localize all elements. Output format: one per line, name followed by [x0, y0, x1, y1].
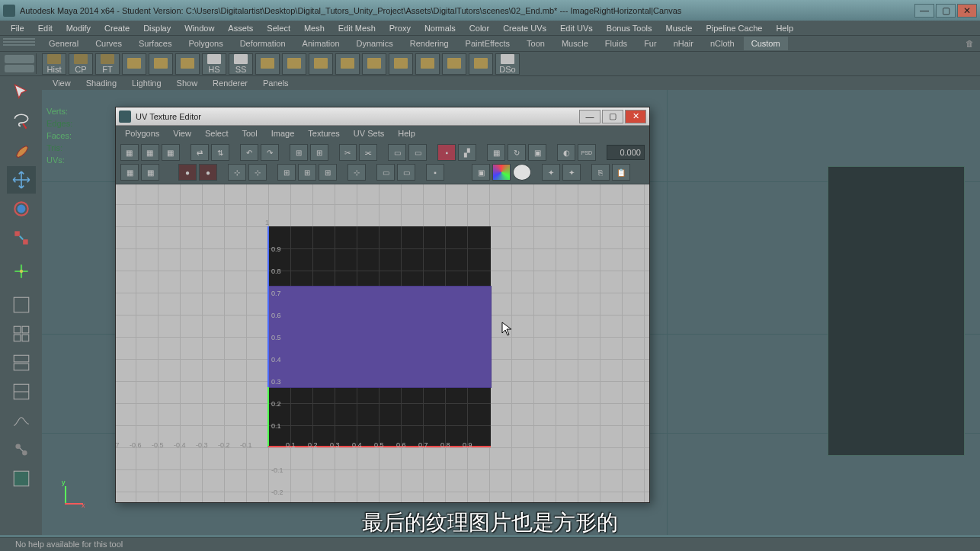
uv-btn-rotccw[interactable]: ↶: [240, 144, 258, 161]
uv-btn-align1[interactable]: ⊞: [290, 144, 308, 161]
uv-btn-r2-13[interactable]: ▪: [426, 164, 444, 181]
uv-btn-r2-9[interactable]: ⊞: [319, 164, 337, 181]
uv-btn-flip-v[interactable]: ⇅: [211, 144, 229, 161]
shelf-grip[interactable]: [3, 53, 37, 74]
paint-select-tool[interactable]: [7, 137, 36, 165]
tab-rendering[interactable]: Rendering: [402, 37, 456, 50]
uv-btn-r2-6[interactable]: ⊹: [248, 164, 267, 181]
shelf-btn-ss[interactable]: SS: [229, 53, 253, 75]
uv-value-input[interactable]: [607, 145, 645, 160]
uv-btn-r2-14[interactable]: ▣: [472, 164, 490, 181]
rotate-tool[interactable]: [7, 195, 36, 223]
select-tool[interactable]: [7, 79, 36, 107]
uvmenu-textures[interactable]: Textures: [302, 127, 346, 139]
menu-pipelinecache[interactable]: Pipeline Cache: [700, 22, 768, 34]
uv-btn-r2-2[interactable]: ▦: [141, 164, 159, 181]
menu-create[interactable]: Create: [98, 22, 136, 34]
shelf-btn-6[interactable]: [175, 53, 200, 75]
uv-btn-r2-rgb[interactable]: [492, 164, 511, 181]
layout-graph[interactable]: [7, 407, 36, 434]
menu-muscle[interactable]: Muscle: [660, 22, 699, 34]
uv-btn-r2-12[interactable]: ▭: [397, 164, 415, 181]
uv-btn-img[interactable]: ▪: [437, 144, 456, 161]
shelf-trash-icon[interactable]: 🗑: [962, 36, 977, 51]
maximize-button[interactable]: ▢: [936, 4, 956, 18]
uvmenu-view[interactable]: View: [167, 127, 197, 139]
menu-edit[interactable]: Edit: [32, 22, 59, 34]
uv-btn-grid2[interactable]: ▦: [141, 144, 159, 161]
uv-btn-align2[interactable]: ⊞: [310, 144, 328, 161]
shelf-btn-5[interactable]: [149, 53, 173, 75]
uv-btn-r2-5[interactable]: ⊹: [228, 164, 246, 181]
uvmenu-uvsets[interactable]: UV Sets: [347, 127, 390, 139]
uv-title-bar[interactable]: UV Texture Editor — ▢ ✕: [116, 107, 649, 126]
uv-close-button[interactable]: ✕: [625, 110, 646, 123]
tab-painteffects[interactable]: PaintEffects: [458, 37, 518, 50]
tab-ncloth[interactable]: nCloth: [703, 37, 742, 50]
layout-script[interactable]: [7, 465, 36, 492]
menu-assets[interactable]: Assets: [222, 22, 259, 34]
menu-window[interactable]: Window: [178, 22, 220, 34]
layout-persp[interactable]: [7, 349, 36, 376]
menu-help[interactable]: Help: [770, 22, 799, 34]
uv-btn-grid3[interactable]: ▦: [162, 144, 180, 161]
uv-btn-r2-11[interactable]: ▭: [376, 164, 395, 181]
layout-single[interactable]: [7, 291, 36, 319]
uvmenu-select[interactable]: Select: [199, 127, 235, 139]
uvmenu-polygons[interactable]: Polygons: [119, 127, 165, 139]
vmenu-view[interactable]: View: [46, 78, 77, 88]
layout-hypershade[interactable]: [7, 436, 36, 463]
lasso-tool[interactable]: [7, 108, 36, 136]
uv-canvas[interactable]: 0.90.80.70.60.50.40.30.20.10.10.20.30.40…: [116, 184, 649, 502]
uv-btn-layout1[interactable]: ▭: [388, 144, 406, 161]
scale-tool[interactable]: [7, 224, 36, 251]
uv-btn-r2-alpha[interactable]: [513, 164, 531, 181]
menu-select[interactable]: Select: [261, 22, 296, 34]
uv-btn-cut[interactable]: ✂: [339, 144, 357, 161]
tab-toon[interactable]: Toon: [519, 37, 552, 50]
tab-fur[interactable]: Fur: [636, 37, 665, 50]
uv-btn-grid1[interactable]: ▦: [120, 144, 139, 161]
tab-curves[interactable]: Curves: [88, 37, 130, 50]
menu-proxy[interactable]: Proxy: [383, 22, 417, 34]
shelf-btn-4[interactable]: [122, 53, 146, 75]
uv-btn-r2-4[interactable]: ●: [199, 164, 217, 181]
manipulator-tool[interactable]: [7, 258, 36, 285]
vmenu-renderer[interactable]: Renderer: [207, 78, 254, 88]
uv-btn-r2-10[interactable]: ⊹: [347, 164, 366, 181]
tab-nhair[interactable]: nHair: [666, 37, 701, 50]
uvmenu-tool[interactable]: Tool: [236, 127, 264, 139]
menu-normals[interactable]: Normals: [418, 22, 462, 34]
shelf-btn-15[interactable]: [415, 53, 440, 75]
uv-minimize-button[interactable]: —: [579, 110, 600, 123]
menu-createuvs[interactable]: Create UVs: [497, 22, 552, 34]
uv-btn-r2-7[interactable]: ⊞: [277, 164, 296, 181]
close-button[interactable]: ✕: [957, 4, 977, 18]
vmenu-lighting[interactable]: Lighting: [126, 78, 168, 88]
menu-display[interactable]: Display: [137, 22, 177, 34]
layout-outliner[interactable]: [7, 378, 36, 405]
menu-edituvs[interactable]: Edit UVs: [554, 22, 599, 34]
uv-btn-shade1[interactable]: ◐: [557, 144, 575, 161]
uv-btn-flip-u[interactable]: ⇄: [191, 144, 209, 161]
shelf-btn-hist[interactable]: Hist: [42, 53, 66, 75]
tab-deformation[interactable]: Deformation: [232, 37, 293, 50]
uv-btn-sew[interactable]: ⫘: [359, 144, 377, 161]
tab-surfaces[interactable]: Surfaces: [131, 37, 179, 50]
tab-fluids[interactable]: Fluids: [597, 37, 635, 50]
shelf-btn-ft[interactable]: FT: [95, 53, 120, 75]
uv-btn-r2-3[interactable]: ●: [178, 164, 197, 181]
uv-btn-psd[interactable]: PSD: [578, 144, 596, 161]
shelf-btn-14[interactable]: [389, 53, 413, 75]
minimize-button[interactable]: —: [914, 4, 934, 18]
vmenu-panels[interactable]: Panels: [257, 78, 295, 88]
shelf-btn-9[interactable]: [255, 53, 280, 75]
shelf-handle[interactable]: [0, 36, 38, 51]
menu-file[interactable]: File: [5, 22, 30, 34]
move-tool[interactable]: [7, 166, 36, 194]
uv-btn-rotcw[interactable]: ↷: [261, 144, 279, 161]
uv-btn-refresh[interactable]: ↻: [508, 144, 526, 161]
tab-general[interactable]: General: [41, 37, 86, 50]
scene-object[interactable]: [828, 166, 965, 456]
uv-selected-shell[interactable]: [268, 287, 491, 387]
